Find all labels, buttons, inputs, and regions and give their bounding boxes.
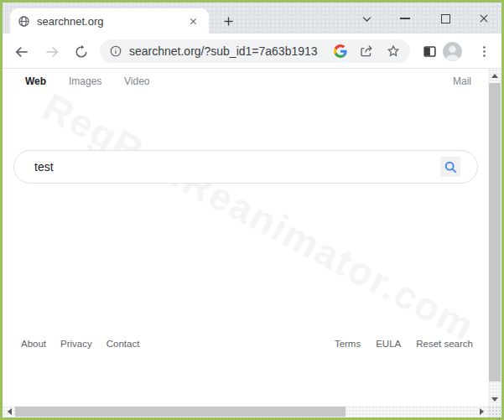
maximize-button[interactable] bbox=[434, 7, 457, 30]
watermark-text: RegRunReanimator.com bbox=[36, 84, 482, 350]
footer-link-about[interactable]: About bbox=[21, 339, 46, 349]
tab-search-button[interactable] bbox=[355, 7, 378, 30]
page-nav: Web Images Video Mail bbox=[3, 75, 488, 91]
scroll-down-arrow-icon bbox=[491, 397, 498, 402]
new-tab-button[interactable] bbox=[217, 10, 239, 32]
scroll-right-arrow-icon bbox=[480, 408, 484, 415]
search-input[interactable] bbox=[34, 152, 429, 182]
minimize-button[interactable] bbox=[393, 7, 417, 30]
scroll-up-button[interactable] bbox=[488, 69, 501, 82]
nav-tab-images[interactable]: Images bbox=[69, 75, 101, 87]
share-icon[interactable] bbox=[359, 44, 374, 59]
footer-right-links: Terms EULA Reset search bbox=[335, 339, 473, 349]
reload-button[interactable] bbox=[70, 40, 92, 63]
close-window-button[interactable] bbox=[472, 7, 496, 30]
nav-tab-web[interactable]: Web bbox=[25, 75, 46, 87]
tab-title: searchnet.org bbox=[37, 15, 184, 28]
bookmark-star-icon[interactable] bbox=[386, 44, 401, 59]
reload-icon bbox=[74, 44, 89, 60]
side-panel-button[interactable] bbox=[418, 40, 441, 63]
omnibox-actions bbox=[334, 44, 401, 59]
arrow-right-icon bbox=[44, 44, 60, 60]
minimize-icon bbox=[400, 18, 410, 19]
close-icon bbox=[478, 13, 490, 24]
nav-tab-video[interactable]: Video bbox=[124, 75, 149, 87]
arrow-left-icon bbox=[13, 44, 30, 60]
forward-button[interactable] bbox=[40, 40, 63, 63]
maximize-icon bbox=[441, 14, 450, 23]
footer-left-links: About Privacy Contact bbox=[21, 339, 139, 349]
footer-link-reset-search[interactable]: Reset search bbox=[416, 339, 473, 349]
site-info-icon[interactable] bbox=[109, 44, 122, 58]
browser-window: searchnet.org bbox=[0, 0, 504, 420]
scroll-left-button[interactable] bbox=[3, 406, 16, 417]
footer-link-terms[interactable]: Terms bbox=[335, 339, 361, 349]
search-button[interactable] bbox=[440, 157, 460, 177]
scroll-down-button[interactable] bbox=[488, 392, 501, 406]
scroll-left-arrow-icon bbox=[8, 408, 12, 415]
vertical-scrollbar[interactable] bbox=[488, 69, 501, 406]
horizontal-scrollbar-thumb[interactable] bbox=[15, 407, 346, 417]
back-button[interactable] bbox=[10, 40, 33, 63]
scrollbar-corner bbox=[488, 406, 501, 417]
search-box bbox=[13, 150, 478, 184]
url-field[interactable]: searchnet.org/?sub_id1=7a63b1913 bbox=[100, 39, 410, 63]
side-panel-icon bbox=[422, 44, 438, 60]
footer-link-privacy[interactable]: Privacy bbox=[60, 339, 92, 349]
scroll-up-arrow-icon bbox=[491, 74, 498, 78]
browser-tab[interactable]: searchnet.org bbox=[10, 8, 209, 34]
nav-link-mail[interactable]: Mail bbox=[453, 75, 471, 87]
globe-favicon-icon bbox=[18, 15, 30, 28]
kebab-menu-icon bbox=[477, 44, 491, 59]
footer: About Privacy Contact Terms EULA Reset s… bbox=[3, 339, 488, 352]
vertical-scrollbar-thumb[interactable] bbox=[489, 83, 501, 381]
horizontal-scrollbar[interactable] bbox=[3, 406, 488, 417]
footer-link-eula[interactable]: EULA bbox=[376, 339, 401, 349]
toolbar: searchnet.org/?sub_id1=7a63b1913 bbox=[3, 34, 501, 69]
footer-link-contact[interactable]: Contact bbox=[107, 339, 140, 349]
magnifier-icon bbox=[443, 159, 459, 175]
profile-avatar[interactable] bbox=[441, 40, 464, 63]
tab-close-button[interactable] bbox=[184, 13, 201, 29]
titlebar: searchnet.org bbox=[3, 3, 501, 34]
google-g-icon[interactable] bbox=[334, 44, 347, 58]
url-text: searchnet.org/?sub_id1=7a63b1913 bbox=[129, 44, 328, 58]
avatar-icon bbox=[442, 41, 463, 62]
scroll-right-button[interactable] bbox=[475, 406, 488, 417]
page-content: RegRunReanimator.com Web Images Video Ma… bbox=[3, 69, 488, 406]
menu-button[interactable] bbox=[473, 40, 496, 63]
